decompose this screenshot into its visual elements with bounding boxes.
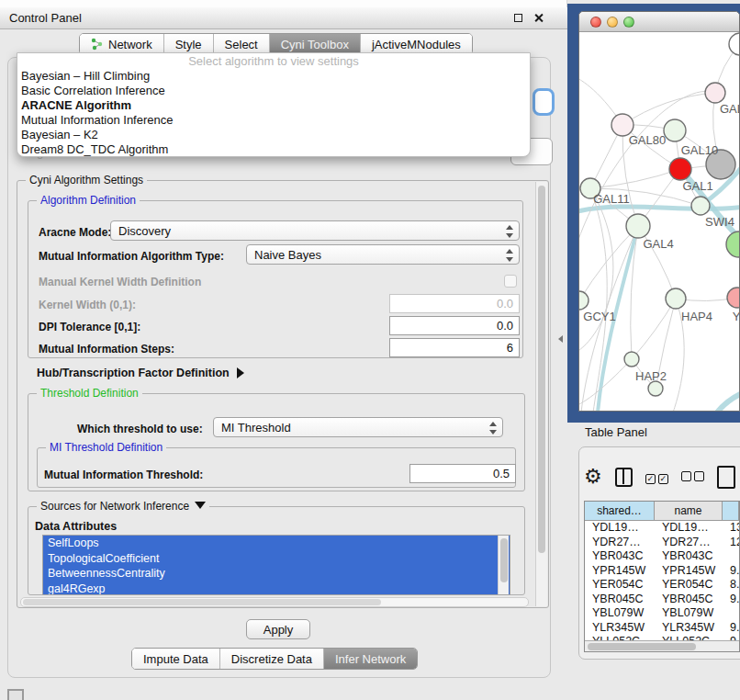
network-node-hap2[interactable] <box>624 352 639 367</box>
which-threshold-combo[interactable]: MI Threshold <box>213 417 503 437</box>
float-panel-icon[interactable] <box>514 14 522 22</box>
hub-definition-label: Hub/Transcription Factor Definition <box>37 367 230 379</box>
table-row[interactable]: YBR045CYBR045C9. <box>585 593 739 607</box>
table-toolbar: ⚙ ✓✓ <box>584 457 738 497</box>
table-horizontal-scrollbar[interactable] <box>585 640 739 651</box>
network-node-label: HAP2 <box>635 369 667 383</box>
table-cell: 9. <box>723 593 739 607</box>
manual-kernel-checkbox[interactable] <box>504 275 517 288</box>
table-row[interactable]: YBR043CYBR043C <box>585 549 739 564</box>
network-node-gal10[interactable] <box>664 119 686 141</box>
top-strip <box>0 0 567 7</box>
network-node-label: GCY1 <box>583 310 615 323</box>
column-header-cut[interactable] <box>723 502 739 520</box>
column-header-shared[interactable]: shared… <box>585 502 655 520</box>
tab-jactivemnodules[interactable]: jActiveMNodules <box>361 34 472 54</box>
hub-definition-expander[interactable]: Hub/Transcription Factor Definition <box>37 367 244 379</box>
network-node-unlabeled[interactable] <box>648 381 663 396</box>
algorithm-option-bayesian-k2[interactable]: Bayesian – K2 <box>17 128 530 142</box>
algorithm-option-basic-correlation[interactable]: Basic Correlation Inference <box>17 84 530 98</box>
which-threshold-label: Which threshold to use: <box>77 423 203 435</box>
network-edge[interactable] <box>622 93 715 125</box>
gear-icon[interactable]: ⚙ <box>584 467 602 487</box>
inference-algorithm-combo-focus-ring[interactable] <box>533 88 555 116</box>
network-node-y[interactable] <box>727 288 739 308</box>
data-attributes-list[interactable]: SelfLoops TopologicalCoefficient Between… <box>42 535 510 595</box>
network-node-gal[interactable] <box>705 83 725 103</box>
close-icon[interactable] <box>533 13 544 23</box>
tab-style[interactable]: Style <box>164 34 214 54</box>
network-window[interactable]: GALGAL80GAL10GAL1GAL11SWI4GAL4GCY1HAP4YH… <box>578 11 740 412</box>
minimized-panel-icon[interactable] <box>7 689 24 700</box>
network-node-unlabeled[interactable] <box>726 231 739 257</box>
table-rows: YDL19…YDL19…13YDR27…YDR27…12YBR043CYBR04… <box>585 521 739 641</box>
tab-impute-data[interactable]: Impute Data <box>132 649 220 669</box>
algorithm-option-dream8[interactable]: Dream8 DC_TDC Algorithm <box>17 142 530 157</box>
zoom-traffic-light-icon[interactable] <box>623 17 634 28</box>
kernel-width-field[interactable]: 0.0 <box>389 294 520 313</box>
network-node-unlabeled[interactable] <box>729 33 739 55</box>
data-attributes-label: Data Attributes <box>35 520 117 533</box>
algorithm-option-mutual-information[interactable]: Mutual Information Inference <box>17 113 530 128</box>
deselect-all-icon[interactable] <box>681 469 704 485</box>
table-row[interactable]: YDR27…YDR27…12 <box>585 536 739 550</box>
network-window-titlebar <box>579 12 739 32</box>
columns-icon[interactable] <box>615 468 633 487</box>
tab-network[interactable]: Network <box>80 34 164 54</box>
mi-threshold-label: Mutual Information Threshold: <box>44 469 203 481</box>
tab-discretize-data[interactable]: Discretize Data <box>220 649 324 669</box>
minimize-traffic-light-icon[interactable] <box>607 17 618 28</box>
settings-horizontal-scrollbar[interactable] <box>20 597 529 607</box>
network-node-swi4[interactable] <box>691 197 710 215</box>
list-item-selfloops[interactable]: SelfLoops <box>43 536 510 551</box>
algorithm-dropdown-popup: Select algorithm to view settings Bayesi… <box>17 52 531 157</box>
network-edge[interactable] <box>632 299 676 359</box>
table-row[interactable]: YPR145WYPR145W9. <box>585 564 739 579</box>
table-row[interactable]: YLR345WYLR345W9. <box>585 621 739 636</box>
network-edge-thick[interactable] <box>717 392 739 412</box>
table-cell: YBL079W <box>585 606 655 621</box>
table-cell <box>723 549 739 564</box>
network-canvas[interactable]: GALGAL80GAL10GAL1GAL11SWI4GAL4GCY1HAP4YH… <box>579 32 739 412</box>
horizontal-scrollbar-thumb[interactable] <box>23 599 381 605</box>
table-cell: YLR345W <box>585 621 655 636</box>
table-panel-title: Table Panel <box>585 425 647 439</box>
network-node-gal1[interactable] <box>669 158 691 180</box>
tab-infer-network[interactable]: Infer Network <box>324 649 417 669</box>
algorithm-placeholder: Select algorithm to view settings <box>17 54 530 69</box>
mi-type-combo[interactable]: Naive Bayes <box>246 244 520 265</box>
network-edge[interactable] <box>590 188 607 412</box>
list-item-gal4rgexp[interactable]: gal4RGexp <box>43 581 510 596</box>
panel-splitter-handle[interactable] <box>558 335 563 343</box>
table-row[interactable]: YDL19…YDL19…13 <box>585 521 739 536</box>
mi-threshold-field[interactable]: 0.5 <box>409 464 516 483</box>
network-node-gcy1[interactable] <box>579 291 589 310</box>
mi-steps-field[interactable]: 6 <box>389 338 520 357</box>
document-icon[interactable] <box>717 466 735 489</box>
algorithm-option-bayesian-hill-climbing[interactable]: Bayesian – Hill Climbing <box>17 69 530 84</box>
settings-scrollbar-thumb[interactable] <box>538 186 545 553</box>
network-node-gal4[interactable] <box>626 214 650 238</box>
screen: Control Panel Network Style Select Cyni … <box>0 0 740 700</box>
table-cell: YDL19… <box>585 521 655 536</box>
aracne-mode-combo[interactable]: Discovery <box>110 220 520 241</box>
attributes-list-scrollbar[interactable] <box>498 536 509 594</box>
dpi-tolerance-field[interactable]: 0.0 <box>389 316 520 335</box>
table-row[interactable]: YBL079WYBL079W <box>585 606 739 621</box>
network-edge[interactable] <box>579 188 613 354</box>
algorithm-option-aracne[interactable]: ARACNE Algorithm <box>17 98 530 113</box>
tab-select[interactable]: Select <box>214 34 270 54</box>
network-node-hap4[interactable] <box>666 288 686 309</box>
table-hscroll-thumb[interactable] <box>588 643 696 650</box>
apply-button[interactable]: Apply <box>246 619 310 639</box>
select-all-icon[interactable]: ✓✓ <box>645 469 668 485</box>
attributes-scrollbar-thumb[interactable] <box>500 538 508 582</box>
settings-vertical-scrollbar[interactable] <box>535 182 547 606</box>
table-row[interactable]: YER054CYER054C8. <box>585 578 739 593</box>
list-item-betweennesscentrality[interactable]: BetweennessCentrality <box>43 566 510 581</box>
column-header-name[interactable]: name <box>655 502 723 520</box>
close-traffic-light-icon[interactable] <box>590 17 601 28</box>
list-item-topologicalcoefficient[interactable]: TopologicalCoefficient <box>43 551 510 567</box>
tab-cyni-toolbox[interactable]: Cyni Toolbox <box>270 34 361 54</box>
table-cell: 13 <box>723 521 739 536</box>
